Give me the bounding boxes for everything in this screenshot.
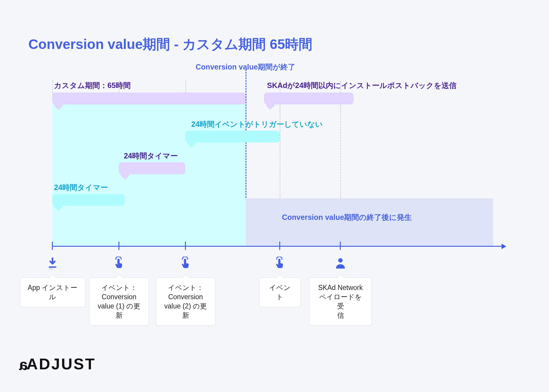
no-trigger-label: 24時間イベントがトリガーしていない [191,119,323,129]
callout-skad: SKAd Network ペイロードを受 信 [309,277,372,326]
span-no-trigger [185,131,280,143]
tick-cv1 [118,242,119,250]
page-title: Conversion value期間 - カスタム期間 65時間 [28,35,312,54]
time-axis [52,246,506,247]
callout-cv1: イベント： Conversion value (1) の更新 [89,277,149,326]
callout-cv2: イベント： Conversion value (2) の更新 [156,277,215,326]
custom-period-label: カスタム期間：65時間 [54,81,131,90]
timer-a-label: 24時間タイマー [54,183,108,192]
after-end-label: Conversion value期間の終了後に発生 [282,212,412,222]
span-timer-a [52,194,125,206]
tick-event3 [279,242,280,250]
span-custom-period [52,92,246,104]
adjust-logo: aADJUST [18,355,96,373]
callout-event3: イベント [259,277,301,307]
svg-rect-0 [49,266,56,268]
timer-b-label: 24時間タイマー [124,151,178,161]
svg-point-2 [338,258,343,263]
tap-icon [179,257,192,270]
callout-install: App インストール [20,277,85,307]
person-icon [334,257,347,270]
tap-icon [273,257,286,270]
tick-cv2 [185,242,186,250]
tick-install [52,242,53,250]
tap-icon [112,257,126,270]
span-skad-postback [264,92,354,104]
skad-postback-label: SKAdが24時間以内にインストールポストバックを送信 [267,81,457,90]
svg-rect-1 [49,268,53,269]
tick-skad [340,242,341,250]
span-timer-b [119,162,185,174]
download-icon [46,257,59,270]
timeline-chart: Conversion value期間が終了 Conversion value期間… [52,81,506,289]
